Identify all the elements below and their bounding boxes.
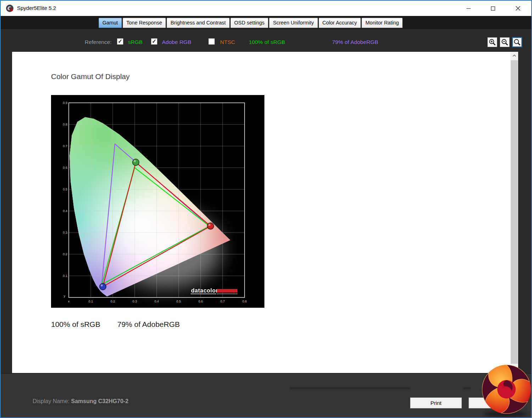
spyder-logo: [480, 362, 532, 418]
checkbox-srgb-label: sRGB: [128, 39, 142, 45]
close-icon: [516, 6, 520, 11]
display-name-value: Samsung C32HG70-2: [71, 398, 128, 404]
svg-text:0.6: 0.6: [198, 300, 203, 303]
tab-osd-settings[interactable]: OSD settings: [230, 18, 268, 28]
zoom-reset-button[interactable]: [512, 37, 522, 47]
tab-tone-response[interactable]: Tone Response: [123, 18, 166, 28]
chevron-up-icon: [513, 55, 516, 57]
title-bar: Spyder5Elite 5.2: [1, 1, 531, 16]
checkbox-srgb[interactable]: ✓: [117, 38, 123, 45]
spyder-app-icon: [5, 4, 14, 13]
app-chrome: Gamut Tone Response Brightness and Contr…: [1, 16, 531, 417]
maximize-icon: [491, 6, 495, 11]
zoom-toolbar: [485, 37, 522, 47]
tab-bar: Gamut Tone Response Brightness and Contr…: [99, 18, 403, 28]
vertical-scrollbar[interactable]: [510, 52, 518, 381]
tab-screen-uniformity[interactable]: Screen Uniformity: [269, 18, 318, 28]
zoom-out-button[interactable]: [500, 37, 510, 47]
svg-text:0.7: 0.7: [220, 300, 225, 303]
magnifier-icon: [513, 38, 521, 46]
reference-label: Reference:: [85, 39, 112, 45]
svg-text:0.4: 0.4: [155, 300, 159, 303]
svg-text:0.2: 0.2: [111, 300, 115, 303]
svg-text:0.3: 0.3: [63, 231, 67, 234]
result-srgb: 100% of sRGB: [51, 320, 100, 329]
footer-divider: [290, 387, 410, 389]
svg-text:0.8: 0.8: [242, 300, 247, 303]
reference-toolbar: Reference: ✓ sRGB ✓ Adobe RGB NTSC 100% …: [1, 34, 531, 50]
minimize-button[interactable]: [460, 3, 477, 14]
svg-text:0.1: 0.1: [63, 274, 67, 278]
svg-text:0.7: 0.7: [63, 144, 67, 148]
report-panel: Color Gamut Of Display: [12, 51, 519, 388]
minimize-icon: [466, 6, 471, 11]
svg-text:0.9: 0.9: [63, 101, 67, 105]
tab-monitor-rating[interactable]: Monitor Rating: [362, 18, 403, 28]
tab-color-accuracy[interactable]: Color Accuracy: [319, 18, 361, 28]
svg-text:y: y: [64, 294, 66, 298]
checkbox-ntsc-label: NTSC: [220, 39, 235, 45]
svg-text:0.5: 0.5: [63, 188, 67, 191]
datacolor-wordmark: datacolor: [191, 288, 218, 294]
display-name: Display Name: Samsung C32HG70-2: [33, 398, 128, 405]
svg-text:0.2: 0.2: [63, 252, 67, 256]
srgb-coverage-text: 100% of sRGB: [249, 39, 285, 45]
close-button[interactable]: [510, 3, 526, 14]
checkbox-ntsc[interactable]: [208, 38, 215, 45]
window-title: Spyder5Elite 5.2: [17, 5, 56, 11]
maximize-button[interactable]: [485, 3, 501, 14]
scroll-up-arrow[interactable]: [510, 52, 518, 60]
tab-brightness-contrast[interactable]: Brightness and Contrast: [167, 18, 230, 28]
svg-text:x: x: [68, 300, 70, 303]
cie-diagram: 0.10.20.30.40.50.60.70.80.10.20.30.40.50…: [51, 95, 264, 308]
print-button[interactable]: Print: [410, 397, 462, 408]
chart-title: Color Gamut Of Display: [51, 72, 130, 81]
svg-text:0.1: 0.1: [89, 300, 93, 303]
checkbox-adobe-rgb[interactable]: ✓: [151, 38, 157, 45]
display-name-label: Display Name:: [33, 398, 71, 404]
svg-text:0.5: 0.5: [177, 300, 181, 303]
vertical-scroll-thumb[interactable]: [511, 60, 518, 364]
footer-divider-small: [463, 387, 471, 389]
zoom-in-button[interactable]: [487, 37, 497, 47]
svg-text:0.8: 0.8: [63, 123, 67, 126]
adobergb-coverage-text: 79% of AdobeRGB: [332, 39, 378, 45]
gamut-chart: 0.10.20.30.40.50.60.70.80.10.20.30.40.50…: [51, 95, 264, 308]
svg-text:0.4: 0.4: [63, 209, 67, 213]
svg-text:0.3: 0.3: [133, 300, 137, 303]
zoom-in-icon: [488, 38, 496, 46]
app-window: Spyder5Elite 5.2 Gamut Tone Response Bri…: [0, 0, 532, 418]
zoom-out-icon: [501, 38, 509, 46]
checkbox-adobe-rgb-label: Adobe RGB: [162, 39, 191, 45]
footer-bar: Display Name: Samsung C32HG70-2 Print: [1, 373, 531, 417]
result-adobergb: 79% of AdobeRGB: [117, 320, 180, 329]
svg-text:0.6: 0.6: [63, 166, 67, 169]
tab-gamut[interactable]: Gamut: [99, 18, 122, 28]
